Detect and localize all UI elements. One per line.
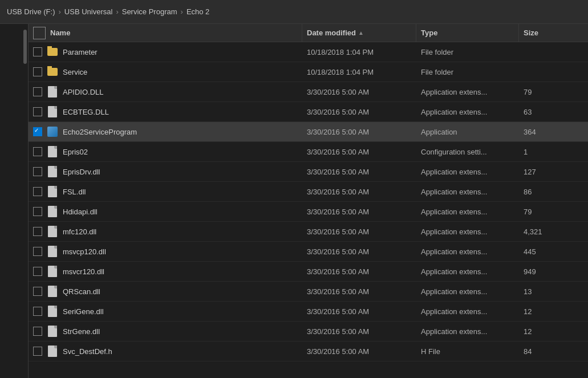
file-type: H File xyxy=(416,347,519,356)
row-checkbox[interactable] xyxy=(33,227,42,236)
file-name: EprisDrv.dll xyxy=(63,168,100,176)
row-checkbox[interactable] xyxy=(33,307,42,316)
table-row[interactable]: Service10/18/2018 1:04 PMFile folder xyxy=(29,62,588,82)
file-size: 364 xyxy=(519,128,587,136)
column-header: Name Date modified ▲ Type Size xyxy=(29,24,588,42)
breadcrumb-separator-0: › xyxy=(59,7,61,16)
file-icon xyxy=(47,266,58,277)
sort-arrow-icon: ▲ xyxy=(358,30,364,36)
file-name: QRScan.dll xyxy=(63,287,100,296)
file-date: 3/30/2016 5:00 AM xyxy=(302,168,416,176)
address-bar[interactable]: USB Drive (F:)›USB Universal›Service Pro… xyxy=(0,0,588,24)
file-date: 10/18/2018 1:04 PM xyxy=(302,48,416,56)
sidebar xyxy=(0,24,29,378)
file-type: Application extens... xyxy=(416,327,519,336)
table-row[interactable]: msvcp120.dll3/30/2016 5:00 AMApplication… xyxy=(29,242,588,262)
file-name: mfc120.dll xyxy=(63,227,96,236)
breadcrumb-separator-2: › xyxy=(181,7,183,16)
file-date: 3/30/2016 5:00 AM xyxy=(302,267,416,276)
file-name: Hdidapi.dll xyxy=(63,208,98,216)
row-checkbox[interactable] xyxy=(33,47,42,56)
file-date: 3/30/2016 5:00 AM xyxy=(302,108,416,116)
row-checkbox[interactable] xyxy=(33,147,42,156)
row-checkbox[interactable] xyxy=(33,327,42,336)
file-name: Svc_DestDef.h xyxy=(63,347,112,356)
file-type: Application extens... xyxy=(416,88,519,96)
table-row[interactable]: SeriGene.dll3/30/2016 5:00 AMApplication… xyxy=(29,302,588,322)
file-name: Echo2ServiceProgram xyxy=(63,128,137,136)
file-size: 1 xyxy=(519,148,587,156)
file-date: 10/18/2018 1:04 PM xyxy=(302,68,416,76)
table-row[interactable]: Epris023/30/2016 5:00 AMConfiguration se… xyxy=(29,142,588,162)
file-name: Service xyxy=(63,68,87,76)
file-date: 3/30/2016 5:00 AM xyxy=(302,307,416,316)
table-row[interactable]: StrGene.dll3/30/2016 5:00 AMApplication … xyxy=(29,322,588,342)
file-icon xyxy=(47,186,58,197)
table-row[interactable]: APIDIO.DLL3/30/2016 5:00 AMApplication e… xyxy=(29,82,588,102)
row-checkbox[interactable] xyxy=(33,207,42,216)
file-name: msvcr120.dll xyxy=(63,267,104,276)
row-checkbox[interactable] xyxy=(33,287,42,296)
file-list: Parameter10/18/2018 1:04 PMFile folderSe… xyxy=(29,42,588,378)
row-checkbox[interactable] xyxy=(33,87,42,96)
table-row[interactable]: mfc120.dll3/30/2016 5:00 AMApplication e… xyxy=(29,222,588,242)
row-checkbox[interactable] xyxy=(33,247,42,256)
row-checkbox[interactable] xyxy=(33,187,42,196)
file-type: Application extens... xyxy=(416,307,519,316)
breadcrumb-item-3[interactable]: Echo 2 xyxy=(186,7,209,16)
file-size: 63 xyxy=(519,108,587,116)
breadcrumb-item-0[interactable]: USB Drive (F:) xyxy=(7,7,55,16)
file-date: 3/30/2016 5:00 AM xyxy=(302,247,416,256)
table-row[interactable]: EprisDrv.dll3/30/2016 5:00 AMApplication… xyxy=(29,162,588,182)
file-date: 3/30/2016 5:00 AM xyxy=(302,208,416,216)
table-row[interactable]: Hdidapi.dll3/30/2016 5:00 AMApplication … xyxy=(29,202,588,222)
breadcrumb-item-2[interactable]: Service Program xyxy=(122,7,177,16)
row-checkbox[interactable] xyxy=(33,167,42,176)
file-date: 3/30/2016 5:00 AM xyxy=(302,188,416,196)
file-icon xyxy=(47,246,58,257)
file-date: 3/30/2016 5:00 AM xyxy=(302,148,416,156)
table-row[interactable]: Parameter10/18/2018 1:04 PMFile folder xyxy=(29,42,588,62)
file-icon xyxy=(47,206,58,217)
file-name: Parameter xyxy=(63,48,98,56)
table-row[interactable]: Svc_DestDef.h3/30/2016 5:00 AMH File84 xyxy=(29,342,588,361)
file-type: Application extens... xyxy=(416,108,519,116)
file-size: 84 xyxy=(519,347,587,356)
row-checkbox[interactable] xyxy=(33,267,42,276)
row-checkbox[interactable] xyxy=(33,127,42,136)
file-type: Configuration setti... xyxy=(416,148,519,156)
file-date: 3/30/2016 5:00 AM xyxy=(302,347,416,356)
file-date: 3/30/2016 5:00 AM xyxy=(302,327,416,336)
file-name: APIDIO.DLL xyxy=(63,88,104,96)
file-type: Application xyxy=(416,128,519,136)
file-size: 127 xyxy=(519,168,587,176)
file-date: 3/30/2016 5:00 AM xyxy=(302,88,416,96)
table-row[interactable]: FSL.dll3/30/2016 5:00 AMApplication exte… xyxy=(29,182,588,202)
file-type: Application extens... xyxy=(416,188,519,196)
name-column-header[interactable]: Name xyxy=(29,24,302,42)
file-date: 3/30/2016 5:00 AM xyxy=(302,128,416,136)
size-column-header[interactable]: Size xyxy=(519,24,587,42)
name-column-label: Name xyxy=(50,29,70,37)
table-row[interactable]: Echo2ServiceProgram3/30/2016 5:00 AMAppl… xyxy=(29,122,588,142)
file-name: StrGene.dll xyxy=(63,327,100,336)
file-name: ECBTEG.DLL xyxy=(63,108,109,116)
breadcrumb-item-1[interactable]: USB Universal xyxy=(64,7,113,16)
file-type: Application extens... xyxy=(416,168,519,176)
table-row[interactable]: msvcr120.dll3/30/2016 5:00 AMApplication… xyxy=(29,262,588,282)
table-row[interactable]: ECBTEG.DLL3/30/2016 5:00 AMApplication e… xyxy=(29,102,588,122)
type-column-header[interactable]: Type xyxy=(416,24,519,42)
file-size: 12 xyxy=(519,307,587,316)
file-icon xyxy=(47,306,58,317)
table-row[interactable]: QRScan.dll3/30/2016 5:00 AMApplication e… xyxy=(29,282,588,302)
file-name: FSL.dll xyxy=(63,188,86,196)
file-icon xyxy=(47,106,58,117)
date-column-header[interactable]: Date modified ▲ xyxy=(302,24,416,42)
folder-icon xyxy=(47,46,58,58)
row-checkbox[interactable] xyxy=(33,347,42,356)
date-column-label: Date modified xyxy=(307,29,356,37)
row-checkbox[interactable] xyxy=(33,67,42,76)
row-checkbox[interactable] xyxy=(33,107,42,116)
file-icon xyxy=(47,166,58,177)
select-all-checkbox[interactable] xyxy=(33,27,46,39)
